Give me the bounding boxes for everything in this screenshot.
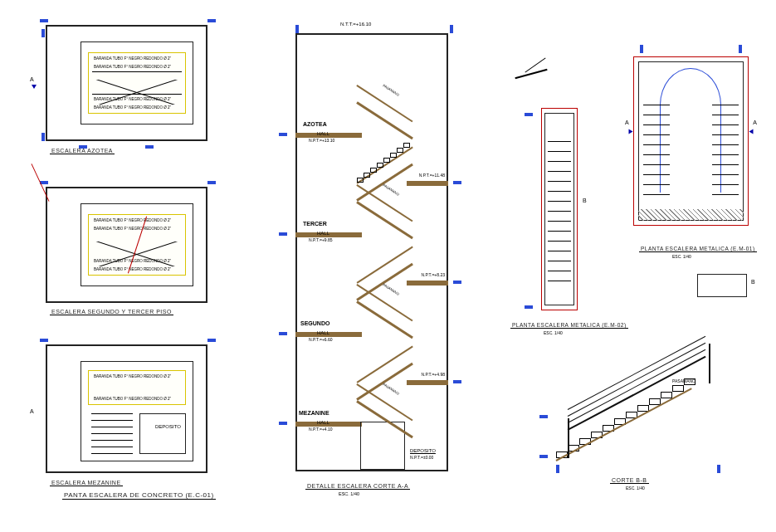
row-label: BARANDA TUBO F° NEGRO REDONDO Ø 2": [94, 56, 171, 61]
cut-marker-a: A: [30, 408, 34, 414]
rail-label: PASAMANO: [672, 378, 695, 383]
plan-escalera-mezanine: BARANDA TUBO F° NEGRO REDONDO Ø 2" BARAN…: [46, 344, 207, 473]
floor-label: AZOTEA: [303, 121, 327, 127]
row-label: BARANDA TUBO F° NEGRO REDONDO Ø 2": [94, 397, 171, 401]
row-label: BARANDA TUBO F° NEGRO REDONDO Ø 2": [94, 105, 171, 110]
corte-title: CORTE B-B: [610, 477, 649, 484]
corte-scale: ESC. 1/40: [626, 486, 645, 491]
floor-sub: HALL: [317, 420, 329, 425]
small-detail: [697, 274, 747, 297]
row-label: BARANDA TUBO F° NEGRO REDONDO Ø 2": [94, 65, 171, 69]
floor-sub: HALL: [317, 330, 329, 335]
plan-escalera-azotea: BARANDA TUBO F° NEGRO REDONDO Ø 2" BARAN…: [46, 25, 207, 141]
plan-escalera-segundo-tercer: BARANDA TUBO F° NEGRO REDONDO Ø 2" BARAN…: [46, 187, 207, 303]
plan-em02-title: PLANTA ESCALERA METALICA (E.M-02): [510, 322, 628, 329]
top-elevation: N.T.T.=+16.10: [340, 22, 371, 27]
landing-level: N.P.T.=+4.98: [421, 372, 445, 377]
section-scale: ESC. 1/40: [339, 491, 359, 496]
plan-metalica-em01: A A: [627, 50, 755, 241]
section-title: DETALLE ESCALERA CORTE A-A: [305, 483, 410, 490]
cut-marker-a: A: [753, 120, 757, 125]
floor-level: N.P.T.=+4.10: [309, 427, 333, 432]
corner-detail-sketch: [515, 56, 556, 90]
panel2-title: ESCALERA SEGUNDO Y TERCER PISO: [50, 309, 173, 315]
plan-em02-scale: ESC. 1/40: [544, 330, 563, 335]
deposito-label: DEPOSITO: [155, 424, 181, 429]
plan-em01-scale: ESC. 1/40: [672, 254, 691, 259]
plan-em01-title: PLANTA ESCALERA METALICA (E.M-01): [639, 246, 757, 252]
panel1-title: ESCALERA AZOTEA: [50, 148, 115, 154]
landing: [407, 380, 448, 385]
floor-label: MEZANINE: [299, 410, 329, 416]
cut-marker-a: A: [30, 76, 34, 82]
floor-level: N.P.T.=+13.10: [309, 138, 334, 143]
landing-level: N.P.T.=+8.23: [421, 272, 445, 277]
deposito-label: DEPOSITO: [410, 448, 436, 453]
arrow-icon: [629, 129, 633, 134]
panel3-title: ESCALERA MEZANINE: [50, 480, 123, 486]
row-label: BARANDA TUBO F° NEGRO REDONDO Ø 2": [94, 374, 171, 378]
floor-label: TERCER: [303, 221, 327, 227]
floor-label: SEGUNDO: [300, 320, 329, 326]
deposito-level: N.P.T.=±0.00: [410, 455, 433, 460]
dim-tick: [450, 25, 453, 33]
cut-marker-a: A: [625, 120, 629, 125]
row-label: BARANDA TUBO F° NEGRO REDONDO Ø 2": [94, 97, 171, 101]
section-corte-aa: N.T.T.=+16.10 AZOTEA HALL N.P.T.=+13.10 …: [274, 33, 456, 481]
floor-level: N.P.T.=+9.85: [309, 237, 333, 242]
row-label: BARANDA TUBO F° NEGRO REDONDO Ø 2": [94, 267, 171, 271]
row-label: BARANDA TUBO F° NEGRO REDONDO Ø 2": [94, 218, 171, 222]
floor-sub: HALL: [317, 131, 329, 136]
left-group-title: PANTA ESCALERA DE CONCRETO (E.C-01): [62, 491, 216, 500]
arrow-icon: [32, 85, 37, 89]
arrow-icon: [749, 129, 754, 134]
corte-bb: PASAMANO: [531, 349, 747, 473]
dim-tick: [295, 25, 299, 33]
small-detail-marker-b: B: [751, 279, 755, 285]
landing: [407, 281, 448, 286]
floor-level: N.P.T.=+6.60: [309, 337, 333, 342]
row-label: BARANDA TUBO F° NEGRO REDONDO Ø 2": [94, 227, 171, 231]
floor-sub: HALL: [317, 231, 329, 236]
plan-metalica-em02: B: [523, 108, 589, 315]
cut-marker-b: B: [583, 198, 587, 203]
